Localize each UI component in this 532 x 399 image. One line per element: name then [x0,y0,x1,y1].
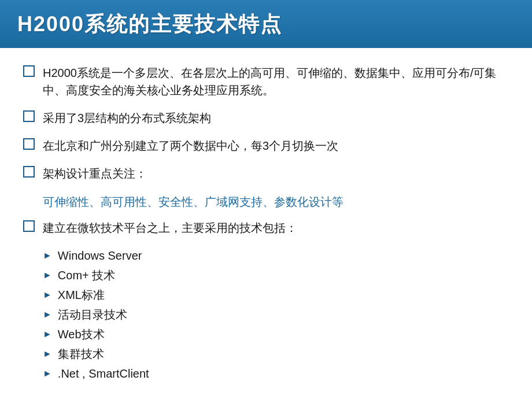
checkbox-icon-3 [23,138,35,150]
bullet-item-2: 采用了3层结构的分布式系统架构 [23,109,509,127]
tech-list-item: ►活动目录技术 [43,306,509,323]
bullet-item-1: H2000系统是一个多层次、在各层次上的高可用、可伸缩的、数据集中、应用可分布/… [23,64,509,99]
arrow-icon: ► [43,250,52,261]
page-title: H2000系统的主要技术特点 [17,12,282,36]
bullet-item-3: 在北京和广州分别建立了两个数据中心，每3个月切换一次 [23,137,509,154]
bullet-text-5: 建立在微软技术平台之上，主要采用的技术包括： [43,219,297,237]
sub-text: 可伸缩性、高可用性、安全性、广域网支持、参数化设计等 [43,195,343,208]
tech-list-item: ►Web技术 [43,326,509,343]
bullet-text-2: 采用了3层结构的分布式系统架构 [43,109,211,127]
arrow-icon: ► [43,270,52,280]
tech-item-label: 集群技术 [58,345,104,363]
tech-list-item: ►.Net , SmartClient [43,365,509,382]
tech-item-label: XML标准 [58,286,105,304]
sub-section: 可伸缩性、高可用性、安全性、广域网支持、参数化设计等 [43,193,509,211]
tech-item-label: Com+ 技术 [58,267,115,284]
checkbox-icon-4 [23,166,35,178]
tech-list-item: ►Com+ 技术 [43,267,509,284]
tech-item-label: .Net , SmartClient [58,365,149,382]
checkbox-icon-1 [23,65,35,77]
bullet-text-4: 架构设计重点关注： [43,165,147,182]
header: H2000系统的主要技术特点 [0,0,532,48]
bullet-text-3: 在北京和广州分别建立了两个数据中心，每3个月切换一次 [43,137,338,154]
bullet-item-4: 架构设计重点关注： [23,165,509,182]
arrow-icon: ► [43,309,52,320]
bullet-text-1: H2000系统是一个多层次、在各层次上的高可用、可伸缩的、数据集中、应用可分布/… [43,64,509,99]
arrow-icon: ► [43,329,52,339]
checkbox-icon-2 [23,110,35,122]
checkbox-icon-5 [23,220,35,232]
arrow-icon: ► [43,349,52,359]
tech-item-label: Windows Server [58,247,142,264]
content: H2000系统是一个多层次、在各层次上的高可用、可伸缩的、数据集中、应用可分布/… [0,48,532,396]
arrow-icon: ► [43,290,52,300]
tech-list-item: ►集群技术 [43,345,509,363]
tech-list-item: ►XML标准 [43,286,509,304]
tech-item-label: Web技术 [58,326,105,343]
tech-list-item: ►Windows Server [43,247,509,264]
bullet-item-5: 建立在微软技术平台之上，主要采用的技术包括： [23,219,509,237]
tech-list: ►Windows Server►Com+ 技术►XML标准►活动目录技术►Web… [43,247,509,382]
arrow-icon: ► [43,368,52,379]
tech-item-label: 活动目录技术 [58,306,127,323]
